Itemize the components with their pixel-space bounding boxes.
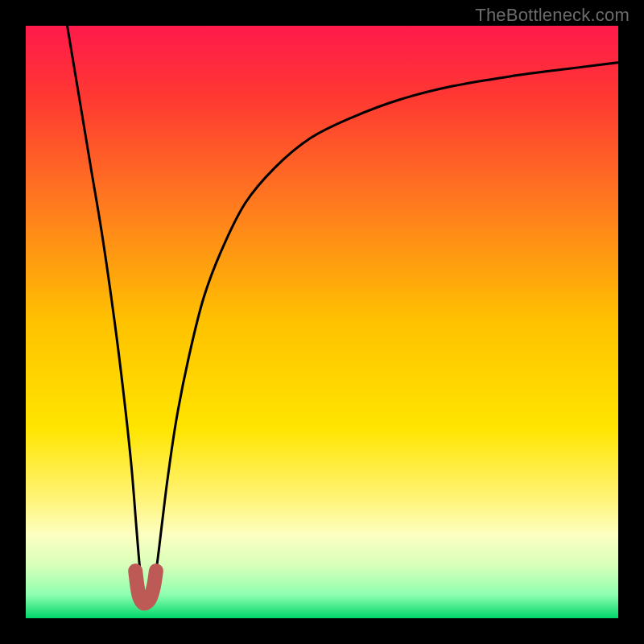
chart-frame: TheBottleneck.com bbox=[0, 0, 644, 644]
bottleneck-chart bbox=[26, 26, 618, 618]
watermark-text: TheBottleneck.com bbox=[475, 5, 630, 26]
plot-area bbox=[26, 26, 618, 618]
